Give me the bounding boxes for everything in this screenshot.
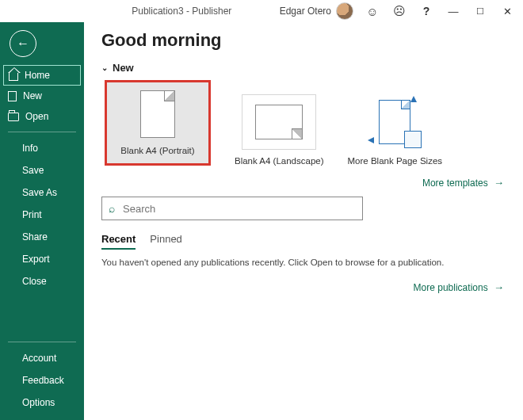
backstage-sidebar: ← Home New Open Info Save Save As Print … [0, 22, 84, 420]
nav-save[interactable]: Save [0, 159, 84, 181]
more-publications-link[interactable]: More publications → [101, 277, 506, 301]
template-label: More Blank Page Sizes [348, 156, 443, 166]
template-gallery: Blank A4 (Portrait) Blank A4 (Landscape)… [101, 78, 506, 172]
nav-new[interactable]: New [0, 86, 84, 106]
sidebar-divider [8, 132, 76, 132]
nav-home-label: Home [25, 70, 50, 81]
chevron-down-icon: ⌄ [101, 63, 108, 72]
recent-pinned-tabs: Recent Pinned [101, 233, 506, 250]
user-name: Edgar Otero [280, 6, 331, 17]
nav-feedback[interactable]: Feedback [0, 369, 84, 391]
nav-save-as[interactable]: Save As [0, 181, 84, 204]
arrow-right-icon: → [494, 177, 504, 189]
page-portrait-icon [140, 90, 175, 138]
nav-open-label: Open [25, 111, 48, 122]
help-icon[interactable]: ? [414, 2, 439, 20]
minimize-button[interactable]: — [441, 2, 466, 20]
more-templates-label: More templates [422, 178, 488, 189]
main-content: Good morning ⌄ New Blank A4 (Portrait) B… [84, 22, 523, 420]
template-more-blank-sizes[interactable]: More Blank Page Sizes [348, 94, 443, 166]
nav-account[interactable]: Account [0, 347, 84, 369]
new-section-label: New [113, 62, 134, 74]
arrow-right-icon: → [494, 281, 504, 293]
back-button[interactable]: ← [10, 30, 36, 57]
tab-recent[interactable]: Recent [101, 233, 136, 250]
close-window-button[interactable]: ✕ [494, 2, 520, 20]
frown-feedback-icon[interactable]: ☹ [387, 2, 412, 20]
tab-pinned[interactable]: Pinned [150, 233, 181, 250]
search-icon: ⌕ [109, 202, 115, 215]
nav-info[interactable]: Info [0, 137, 84, 159]
search-box[interactable]: ⌕ [101, 197, 363, 220]
more-templates-link[interactable]: More templates → [101, 172, 506, 197]
template-blank-a4-landscape[interactable]: Blank A4 (Landscape) [235, 94, 324, 166]
maximize-button[interactable]: ☐ [468, 2, 493, 20]
nav-share[interactable]: Share [0, 226, 84, 248]
nav-export[interactable]: Export [0, 248, 84, 270]
template-thumb [366, 94, 423, 150]
empty-recent-message: You haven't opened any publications rece… [101, 258, 506, 267]
sidebar-divider [8, 342, 76, 342]
nav-close[interactable]: Close [0, 270, 84, 292]
nav-new-label: New [23, 90, 42, 101]
arrow-left-icon: ← [17, 36, 29, 51]
nav-print[interactable]: Print [0, 204, 84, 226]
template-blank-a4-portrait[interactable]: Blank A4 (Portrait) [105, 80, 211, 166]
new-section-header[interactable]: ⌄ New [101, 62, 506, 74]
home-icon [9, 73, 18, 81]
smile-feedback-icon[interactable]: ☺ [360, 2, 385, 20]
new-doc-icon [8, 91, 17, 101]
greeting-heading: Good morning [101, 30, 506, 51]
search-input[interactable] [123, 203, 356, 215]
template-label: Blank A4 (Landscape) [235, 156, 324, 166]
open-folder-icon [8, 113, 19, 121]
avatar [336, 2, 353, 20]
page-landscape-icon [255, 105, 303, 139]
nav-options[interactable]: Options [0, 391, 84, 414]
account-control[interactable]: Edgar Otero [280, 2, 358, 20]
window-title: Publication3 - Publisher [84, 6, 280, 17]
nav-home[interactable]: Home [3, 65, 81, 86]
template-label: Blank A4 (Portrait) [120, 146, 194, 155]
titlebar: Publication3 - Publisher Edgar Otero ☺ ☹… [0, 0, 523, 22]
more-publications-label: More publications [414, 282, 488, 293]
nav-open[interactable]: Open [0, 106, 84, 127]
template-thumb [242, 94, 316, 150]
